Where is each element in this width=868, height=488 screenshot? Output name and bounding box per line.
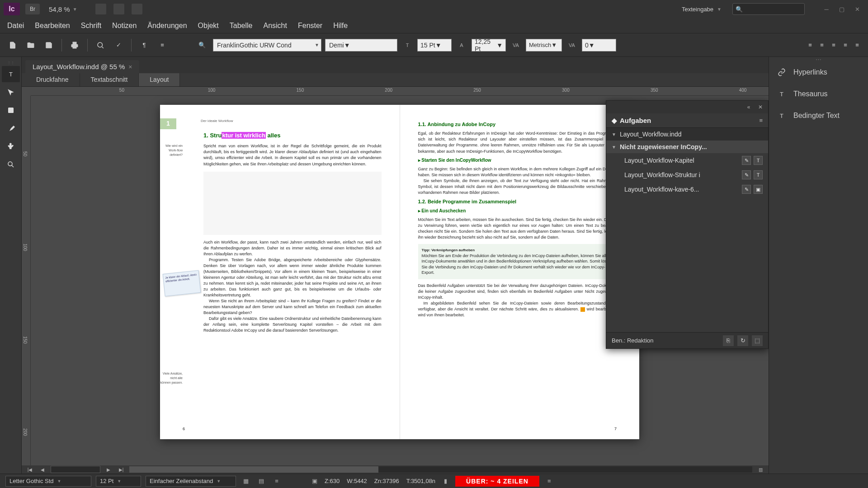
print-icon[interactable]	[67, 38, 82, 52]
body-paragraph[interactable]: Im abgebildeten Bedienfeld sehen Sie die…	[418, 300, 622, 318]
panel-grip[interactable]: ⋮⋮	[0, 61, 21, 64]
spellcheck-icon[interactable]: ✓	[111, 38, 126, 52]
minimize-button[interactable]: ─	[819, 4, 834, 14]
position-tool[interactable]	[2, 84, 20, 100]
panel-menu-icon[interactable]: ≡	[759, 117, 763, 124]
arrange-icon[interactable]	[132, 4, 142, 14]
align-justify-all-icon[interactable]: ≡	[852, 40, 863, 51]
first-page-icon[interactable]: |◀	[25, 466, 34, 473]
tracking-field[interactable]: 0 ▼	[582, 39, 616, 52]
panel-tab-aufgaben[interactable]: ◆ Aufgaben	[612, 117, 651, 125]
canvas[interactable]: 1 Der ideale Workflow 1. Struktur ist wi…	[31, 96, 769, 465]
align-center-icon[interactable]: ≡	[816, 40, 827, 51]
sticky-note[interactable]: Je klarer der Ablauf, desto effizienter …	[163, 270, 201, 296]
bridge-button[interactable]: Br	[25, 4, 40, 14]
collapse-icon[interactable]: «	[745, 103, 753, 111]
align-right-icon[interactable]: ≡	[828, 40, 839, 51]
column-icon[interactable]: ▦	[241, 476, 251, 487]
next-page-icon[interactable]: ▶	[104, 466, 113, 473]
kerning-select[interactable]: Metrisch ▼	[526, 39, 562, 52]
view-tab-galley[interactable]: Druckfahne	[25, 73, 80, 86]
hand-tool[interactable]	[2, 138, 20, 155]
body-paragraph[interactable]: Ganz zu Beginn: Sie befinden sich gleich…	[418, 166, 622, 178]
close-icon[interactable]: ✕	[756, 103, 764, 111]
font-family-select[interactable]: FranklinGothic URW Cond ▼	[213, 39, 321, 52]
menu-objekt[interactable]: Objekt	[198, 22, 219, 30]
align-justify-icon[interactable]: ≡	[840, 40, 851, 51]
page-number-field[interactable]	[51, 466, 100, 473]
menu-notizen[interactable]: Notizen	[112, 22, 137, 30]
new-icon[interactable]	[5, 38, 20, 52]
menu-ansicht[interactable]: Ansicht	[263, 22, 287, 30]
edit-icon[interactable]: ✎	[742, 185, 751, 194]
font-size-field[interactable]: 15 Pt ▼	[417, 39, 452, 52]
last-page-icon[interactable]: ▶|	[117, 466, 126, 473]
leading-field[interactable]: 12,25 Pt ▼	[472, 39, 506, 52]
menu-fenster[interactable]: Fenster	[298, 22, 322, 30]
menu-datei[interactable]: Datei	[7, 22, 24, 30]
body-paragraph[interactable]: Das Bedienfeld Aufgaben unterstützt Sie …	[418, 283, 622, 300]
workspace-switcher[interactable]: Texteingabe ▼	[676, 4, 727, 14]
panel-thesaurus[interactable]: T Thesaurus	[769, 83, 868, 105]
document-tab[interactable]: Layout_Workflow.indd @ 55 % ×	[25, 60, 139, 73]
view-tab-story[interactable]: Textabschnitt	[80, 73, 139, 86]
assignment-item[interactable]: Layout_Workflow-Struktur i ✎ T	[606, 168, 768, 182]
menu-hilfe[interactable]: Hilfe	[333, 22, 348, 30]
edit-icon[interactable]: ✎	[742, 156, 751, 165]
text-frame-icon[interactable]: T	[754, 156, 763, 165]
body-paragraph[interactable]: Egal, ob der Redakteur Erfahrungen in In…	[418, 131, 622, 154]
menu-tabelle[interactable]: Tabelle	[230, 22, 253, 30]
info-icon[interactable]: ▤	[256, 476, 267, 487]
prev-page-icon[interactable]: ◀	[38, 466, 47, 473]
stats-icon[interactable]: ▣	[309, 476, 320, 487]
heading-2[interactable]: 1.1. Anbindung zu Adobe InCopy	[418, 121, 622, 128]
note-tool[interactable]	[2, 102, 20, 118]
heading-1[interactable]: 1. Struktur ist wirklich alles	[203, 131, 382, 140]
find-icon[interactable]	[93, 38, 108, 52]
close-button[interactable]: ✕	[850, 4, 864, 14]
font-search-icon[interactable]: 🔍	[195, 38, 209, 52]
type-tool[interactable]: T	[2, 66, 20, 82]
menu-bearbeiten[interactable]: Bearbeiten	[35, 22, 70, 30]
galley-font-select[interactable]: Letter Gothic Std▼	[5, 476, 91, 487]
body-paragraph[interactable]: Möchten Sie im Text arbeiten, müssen Sie…	[418, 217, 622, 240]
panel-hyperlinks[interactable]: Hyperlinks	[769, 61, 868, 83]
pilcrow-icon[interactable]: ¶	[137, 38, 151, 52]
search-input[interactable]: 🔍	[732, 3, 805, 15]
edit-icon[interactable]: ✎	[742, 170, 751, 179]
menu-aenderungen[interactable]: Änderungen	[147, 22, 187, 30]
page-right[interactable]: 1.1. Anbindung zu Adobe InCopy Egal, ob …	[400, 105, 640, 439]
font-style-select[interactable]: Demi ▼	[325, 39, 397, 52]
page-left[interactable]: 1 Der ideale Workflow 1. Struktur ist wi…	[160, 105, 400, 439]
update-icon[interactable]: ⎘	[723, 335, 734, 346]
horizontal-scrollbar[interactable]	[129, 466, 752, 473]
heading-2[interactable]: 1.2. Beide Programme im Zusammenspiel	[418, 198, 622, 205]
checkout-icon[interactable]: ⬚	[752, 335, 763, 346]
heading-3[interactable]: ▸ Starten Sie den InCopyWorkflow	[418, 157, 622, 164]
depth-icon[interactable]: ▮	[440, 476, 451, 487]
panel-conditional-text[interactable]: T Bedingter Text	[769, 105, 868, 127]
refresh-icon[interactable]: ↻	[737, 335, 748, 346]
heading-3[interactable]: ▸ Ein und Auschecken	[418, 208, 622, 214]
body-paragraph[interactable]: Wenn Sie nicht an Ihrem Arbeitsplatz sin…	[203, 298, 382, 316]
body-paragraph[interactable]: Dafür gibt es viele Ansätze. Eine sauber…	[203, 316, 382, 333]
lines-icon[interactable]: ≡	[271, 476, 282, 487]
split-view-icon[interactable]: ▥	[756, 466, 765, 473]
open-icon[interactable]	[24, 38, 38, 52]
menu-icon[interactable]: ≡	[544, 476, 555, 487]
galley-leading-select[interactable]: Einfacher Zeilenabstand▼	[146, 476, 236, 487]
screen-mode-icon[interactable]	[113, 4, 124, 14]
panel-header[interactable]: « ✕	[606, 101, 768, 113]
maximize-button[interactable]: ▢	[835, 4, 849, 14]
assignment-item[interactable]: Layout_Workflow-Kapitel ✎ T	[606, 153, 768, 168]
save-icon[interactable]	[42, 38, 56, 52]
body-paragraph[interactable]: Spricht man von einem Workflow, ist in d…	[203, 143, 382, 167]
image-frame-icon[interactable]: ▣	[754, 185, 763, 194]
body-paragraph[interactable]: Auch ein Workflow, der passt, kann nach …	[203, 239, 382, 257]
assignment-doc-row[interactable]: ▼ Layout_Workflow.indd	[606, 128, 768, 141]
close-icon[interactable]: ×	[128, 63, 132, 70]
eyedropper-tool[interactable]	[2, 120, 20, 136]
galley-size-select[interactable]: 12 Pt▼	[96, 476, 141, 487]
zoom-tool[interactable]	[2, 156, 20, 173]
menu-schrift[interactable]: Schrift	[81, 22, 101, 30]
